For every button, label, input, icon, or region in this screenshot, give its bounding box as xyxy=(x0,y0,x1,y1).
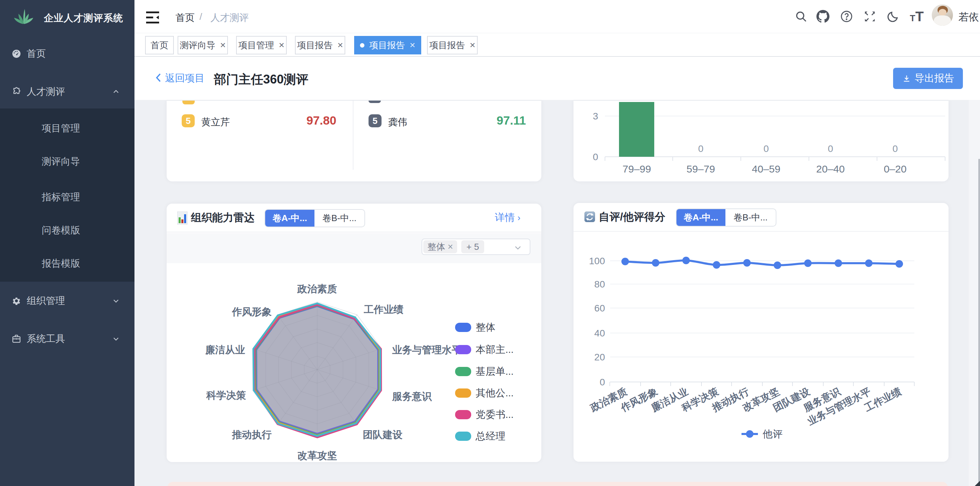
svg-text:整体: 整体 xyxy=(476,322,495,333)
svg-text:他评: 他评 xyxy=(762,429,783,440)
svg-text:0: 0 xyxy=(600,377,605,387)
svg-text:0: 0 xyxy=(764,143,769,154)
svg-text:工作业绩: 工作业绩 xyxy=(364,304,403,315)
svg-text:政治素质: 政治素质 xyxy=(297,284,337,294)
svg-text:其他公...: 其他公... xyxy=(476,387,514,398)
svg-text:60: 60 xyxy=(594,303,605,314)
svg-text:0: 0 xyxy=(828,143,833,154)
svg-text:40–59: 40–59 xyxy=(752,163,780,175)
svg-text:59–79: 59–79 xyxy=(686,163,715,175)
svg-text:党委书...: 党委书... xyxy=(476,409,514,420)
svg-text:80: 80 xyxy=(594,279,605,290)
svg-text:基层单...: 基层单... xyxy=(476,366,514,377)
svg-text:0: 0 xyxy=(698,143,703,154)
svg-text:40: 40 xyxy=(594,328,605,338)
svg-text:改革攻坚: 改革攻坚 xyxy=(298,450,337,461)
svg-text:20: 20 xyxy=(594,352,605,362)
svg-text:0: 0 xyxy=(892,143,898,154)
svg-text:廉洁从业: 廉洁从业 xyxy=(205,344,245,355)
svg-text:推动执行: 推动执行 xyxy=(232,429,272,440)
svg-text:科学决策: 科学决策 xyxy=(206,390,246,401)
svg-text:79–99: 79–99 xyxy=(622,163,651,175)
svg-text:0: 0 xyxy=(593,151,598,162)
svg-text:业务与管理水平: 业务与管理水平 xyxy=(392,344,461,355)
svg-text:总经理: 总经理 xyxy=(475,430,505,441)
svg-text:20–40: 20–40 xyxy=(816,163,845,175)
svg-text:服务意识: 服务意识 xyxy=(392,391,432,402)
svg-text:3: 3 xyxy=(593,111,598,121)
svg-text:0–20: 0–20 xyxy=(884,163,907,175)
svg-text:100: 100 xyxy=(589,256,605,266)
svg-text:团队建设: 团队建设 xyxy=(363,429,403,440)
svg-text:作风形象: 作风形象 xyxy=(231,306,272,317)
svg-text:本部主...: 本部主... xyxy=(476,344,514,355)
